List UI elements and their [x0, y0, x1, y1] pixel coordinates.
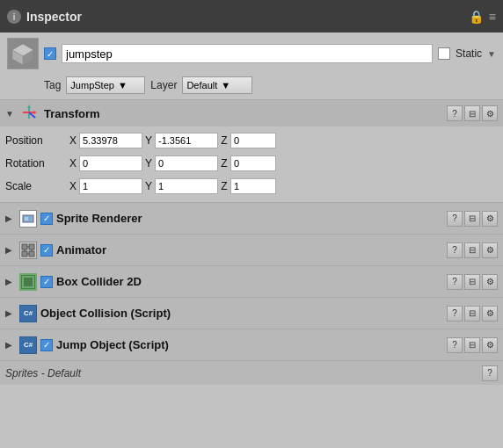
animator-title: Animator	[56, 243, 443, 257]
scale-x-input[interactable]	[79, 178, 142, 194]
sprite-renderer-expand[interactable]: ▶	[5, 213, 16, 223]
rot-y-label: Y	[142, 157, 155, 170]
layer-label: Layer	[150, 79, 177, 91]
object-collision-buttons: ? ⊟ ⚙	[447, 306, 498, 322]
position-label: Position	[5, 134, 67, 147]
panel-title: Inspector	[26, 10, 463, 24]
object-collision-expand[interactable]: ▶	[5, 308, 16, 318]
pos-x-input[interactable]	[79, 133, 142, 148]
box-collider-help-btn[interactable]: ?	[447, 274, 463, 290]
lock-icon[interactable]: 🔒	[469, 10, 484, 24]
layer-dropdown-arrow: ▼	[221, 80, 248, 90]
layer-value: Default	[186, 80, 217, 90]
transform-expand-arrow[interactable]: ▼	[5, 109, 16, 119]
transform-body: Position X Y Z Rotation X Y Z Scale	[0, 126, 503, 202]
sprite-renderer-settings-btn[interactable]: ⚙	[482, 211, 498, 227]
box-collider-settings-btn[interactable]: ⚙	[482, 274, 498, 290]
object-collision-icon: C#	[19, 305, 37, 322]
object-active-checkbox[interactable]: ✓	[44, 47, 56, 60]
object-collision-menu-btn[interactable]: ⊟	[464, 306, 480, 322]
rot-z-input[interactable]	[230, 155, 276, 171]
object-row: ✓ Static ▼	[0, 33, 503, 75]
transform-buttons: ? ⊟ ⚙	[447, 105, 498, 121]
static-label: Static	[456, 47, 482, 60]
jump-object-checkbox[interactable]: ✓	[40, 339, 53, 351]
tag-label: Tag	[44, 79, 61, 91]
animator-checkbox[interactable]: ✓	[40, 244, 53, 257]
jump-object-help-btn[interactable]: ?	[447, 337, 463, 353]
box-collider-expand[interactable]: ▶	[5, 277, 16, 286]
layer-dropdown[interactable]: Default ▼	[182, 76, 252, 94]
scale-x-label: X	[67, 180, 79, 192]
animator-menu-btn[interactable]: ⊟	[464, 242, 480, 258]
animator-help-btn[interactable]: ?	[447, 242, 463, 258]
pos-y-input[interactable]	[155, 133, 218, 148]
svg-rect-19	[23, 277, 33, 287]
svg-rect-11	[22, 244, 27, 249]
bottom-strip: Sprites - Default ?	[0, 360, 503, 385]
svg-rect-13	[22, 251, 27, 257]
object-collision-settings-btn[interactable]: ⚙	[482, 306, 498, 322]
jump-object-title: Jump Object (Script)	[56, 338, 443, 351]
bottom-strip-icon[interactable]: ?	[482, 365, 498, 381]
transform-title: Transform	[44, 107, 443, 120]
rot-z-label: Z	[218, 157, 230, 170]
transform-header: ▼ Transform ? ⊟ ⚙	[0, 100, 503, 126]
rotation-label: Rotation	[5, 157, 67, 170]
sprite-renderer-help-btn[interactable]: ?	[447, 211, 463, 227]
scale-z-input[interactable]	[230, 178, 276, 194]
object-name-input[interactable]	[62, 44, 433, 63]
position-row: Position X Y Z	[5, 130, 498, 151]
animator-row: ▶ ✓ Animator ? ⊟ ⚙	[0, 234, 503, 265]
static-dropdown-arrow[interactable]: ▼	[487, 49, 496, 59]
svg-rect-10	[25, 217, 28, 220]
pos-x-label: X	[67, 134, 79, 147]
sprite-renderer-icon	[19, 210, 37, 228]
scale-z-label: Z	[218, 180, 230, 192]
animator-expand[interactable]: ▶	[5, 245, 16, 255]
box-collider-icon	[19, 273, 37, 291]
sprite-renderer-menu-btn[interactable]: ⊟	[464, 211, 480, 227]
sprite-renderer-row: ▶ ✓ Sprite Renderer ? ⊟ ⚙	[0, 202, 503, 234]
rot-x-input[interactable]	[79, 155, 142, 171]
box-collider-row: ▶ ✓ Box Collider 2D ? ⊟ ⚙	[0, 265, 503, 297]
transform-component: ▼ Transform ? ⊟ ⚙ Position	[0, 99, 503, 202]
transform-menu-btn[interactable]: ⊟	[464, 105, 480, 121]
pos-y-label: Y	[142, 134, 155, 147]
jump-object-icon: C#	[19, 336, 37, 354]
svg-marker-7	[27, 105, 31, 108]
object-collision-help-btn[interactable]: ?	[447, 306, 463, 322]
scale-y-input[interactable]	[155, 178, 218, 194]
scale-label: Scale	[5, 180, 67, 192]
rot-y-input[interactable]	[155, 155, 218, 171]
static-checkbox[interactable]	[438, 47, 450, 60]
pos-z-input[interactable]	[230, 133, 276, 148]
box-collider-checkbox[interactable]: ✓	[40, 276, 53, 288]
jump-object-expand[interactable]: ▶	[5, 340, 16, 350]
tag-dropdown[interactable]: JumpStep ▼	[66, 76, 145, 94]
rotation-row: Rotation X Y Z	[5, 153, 498, 174]
scale-y-label: Y	[142, 180, 155, 192]
info-icon: i	[7, 10, 21, 24]
pos-z-label: Z	[218, 134, 230, 147]
jump-object-settings-btn[interactable]: ⚙	[482, 337, 498, 353]
transform-icon	[19, 103, 40, 124]
scale-row: Scale X Y Z	[5, 176, 498, 197]
svg-rect-12	[29, 244, 34, 249]
jump-object-menu-btn[interactable]: ⊟	[464, 337, 480, 353]
box-collider-buttons: ? ⊟ ⚙	[447, 274, 498, 290]
animator-icon	[19, 242, 37, 259]
menu-icon[interactable]: ≡	[489, 10, 496, 24]
tag-layer-row: Tag JumpStep ▼ Layer Default ▼	[0, 75, 503, 99]
sprite-renderer-checkbox[interactable]: ✓	[40, 213, 53, 225]
tag-value: JumpStep	[70, 80, 114, 90]
sprite-renderer-buttons: ? ⊟ ⚙	[447, 211, 498, 227]
transform-settings-btn[interactable]: ⚙	[482, 105, 498, 121]
animator-buttons: ? ⊟ ⚙	[447, 242, 498, 258]
jump-object-row: ▶ C# ✓ Jump Object (Script) ? ⊟ ⚙	[0, 329, 503, 360]
animator-settings-btn[interactable]: ⚙	[482, 242, 498, 258]
box-collider-menu-btn[interactable]: ⊟	[464, 274, 480, 290]
transform-help-btn[interactable]: ?	[447, 105, 463, 121]
svg-marker-8	[33, 111, 37, 114]
jump-object-buttons: ? ⊟ ⚙	[447, 337, 498, 353]
